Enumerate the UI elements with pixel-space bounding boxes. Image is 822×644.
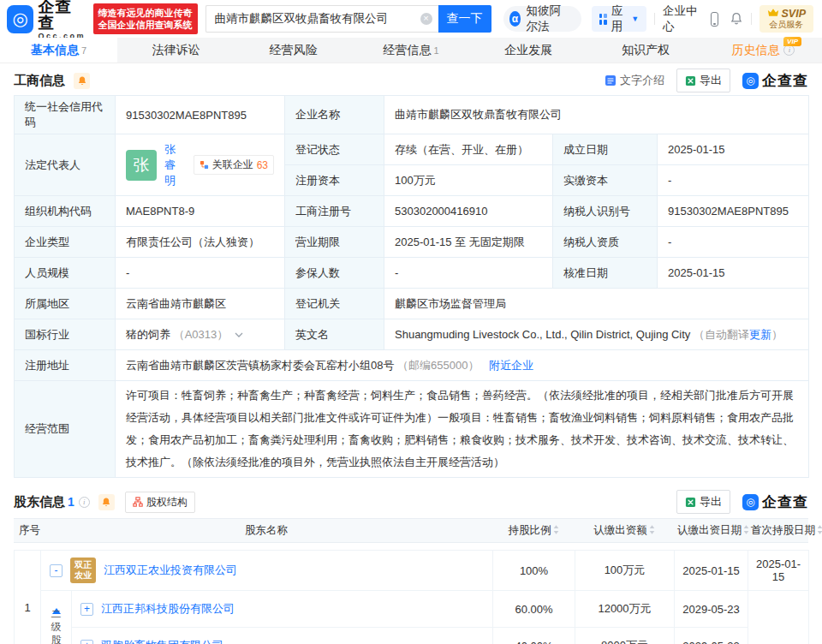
sort-icon — [743, 525, 749, 534]
business-info-section-header: 工商信息 文字介绍 导出 ◎ 企查查 — [14, 68, 808, 93]
excel-icon — [685, 75, 696, 86]
tab-history-info[interactable]: 历史信息 VIP i — [705, 38, 822, 63]
search-clear-icon[interactable]: × — [420, 13, 432, 25]
table-header-row: 序号 股东名称 持股比例 认缴出资额 认缴出资日期 首次持股日期 — [14, 519, 808, 543]
search-bar: × 查一下 — [206, 5, 491, 33]
shareholder-link[interactable]: 江西双正农业投资有限公司 — [104, 563, 237, 578]
sort-icon — [817, 525, 822, 534]
tab-company-development[interactable]: 企业发展 — [470, 38, 587, 63]
tab-legal-litigation[interactable]: 法律诉讼 — [117, 38, 235, 63]
translate-update-link[interactable]: 更新 — [749, 328, 771, 341]
column-header-sortable[interactable]: 认缴出资额 — [575, 519, 674, 543]
svip-label: SVIP — [782, 8, 807, 20]
qcc-logo-text: 企查查 Qcc.com — [38, 0, 86, 40]
field-label: 人员规模 — [15, 258, 116, 289]
chevron-down-icon[interactable] — [235, 327, 243, 340]
text-intro-button[interactable]: 文字介绍 — [605, 73, 664, 88]
equity-structure-button[interactable]: 股权结构 — [125, 492, 195, 513]
auto-translate-note-close: ） — [771, 328, 783, 341]
caret-down-icon: ▼ — [631, 15, 639, 23]
tab-operating-info[interactable]: 经营信息 1 — [352, 38, 469, 63]
address-value: 云南省曲靖市麒麟区茨营镇杨家村委会瓦窑村小组08号 — [126, 359, 394, 372]
slogan-line-1: 缔造有远见的商业传奇 — [98, 7, 193, 19]
field-value: 2025-01-15 — [658, 258, 809, 289]
field-label: 经营范围 — [15, 381, 116, 478]
svip-sublabel: 会员服务 — [767, 20, 807, 30]
shareholders-section: 股东信息 1 i 股权结构 导出 ◎ 企查查 — [14, 490, 808, 644]
column-header-sortable[interactable]: 持股比例 — [492, 519, 575, 543]
qcc-watermark: ◎ 企查查 — [742, 492, 808, 512]
table-row: 经营范围 许可项目：牲畜饲养；种畜禽生产；种畜禽经营；饲料生产；食品销售；兽药经… — [15, 381, 809, 478]
shareholder-subrow: + 双胞胎畜牧集团有限公司 40.00% 8000万元 2029-05-23 — [15, 628, 809, 644]
industry-cell: 猪的饲养 （A0313） — [116, 319, 285, 350]
tab-count: 1 — [433, 45, 438, 56]
alpha-entry[interactable]: α 知彼阿尔法 — [503, 6, 581, 32]
notification-bell-icon[interactable] — [730, 12, 743, 26]
tab-operating-risk[interactable]: 经营风险 — [235, 38, 352, 63]
auto-translate-note: （自动翻译 — [694, 328, 749, 341]
doc-icon — [605, 75, 616, 86]
phone-icon[interactable] — [711, 12, 718, 27]
nearby-companies-link[interactable]: 附近企业 — [489, 359, 533, 372]
monitor-bell-icon[interactable] — [98, 494, 115, 510]
shareholders-section-header: 股东信息 1 i 股权结构 导出 ◎ 企查查 — [14, 490, 808, 514]
shareholder-link[interactable]: 江西正邦科技股份有限公司 — [101, 601, 235, 617]
shareholder-link[interactable]: 双胞胎畜牧集团有限公司 — [101, 638, 223, 644]
column-label: 首次持股日期 — [751, 524, 815, 536]
shareholder-name-cell: + 江西正邦科技股份有限公司 — [72, 591, 493, 628]
field-label: 企业类型 — [15, 227, 116, 258]
related-companies-badge[interactable]: 关联企业 63 — [194, 155, 274, 175]
column-label: 持股比例 — [509, 524, 551, 536]
field-value: 91530302MAE8PNT895 — [116, 96, 285, 134]
export-button[interactable]: 导出 — [676, 69, 730, 92]
tab-label: 知识产权 — [622, 43, 670, 58]
field-label: 参保人数 — [285, 258, 384, 289]
column-header-sortable[interactable]: 认缴出资日期 — [674, 519, 748, 543]
tab-label: 经营风险 — [270, 43, 318, 58]
field-value: 云南省曲靖市麒麟区 — [116, 289, 285, 319]
related-company-icon — [200, 160, 209, 170]
field-value: 存续（在营、开业、在册） — [384, 134, 553, 165]
ratio-value: 60.00% — [493, 591, 575, 628]
tab-basic-info[interactable]: 基本信息 7 — [0, 38, 117, 63]
field-label: 实缴资本 — [553, 165, 658, 196]
search-input[interactable] — [206, 5, 438, 33]
enterprise-center-link[interactable]: 企业中心 — [663, 3, 700, 34]
field-label: 营业期限 — [285, 227, 384, 258]
expand-button[interactable]: + — [80, 603, 93, 616]
monitor-bell-icon[interactable] — [74, 73, 90, 89]
search-button[interactable]: 查一下 — [438, 5, 491, 33]
date-value: 2025-01-15 — [675, 551, 748, 591]
tab-intellectual-property[interactable]: 知识产权 — [587, 38, 705, 63]
field-label: 登记状态 — [285, 134, 384, 165]
text-intro-label: 文字介绍 — [620, 73, 664, 88]
qcc-logo[interactable]: ◎ 企查查 Qcc.com — [7, 0, 87, 40]
field-value: 91530302MAE8PNT895 — [658, 196, 809, 227]
field-value: - — [658, 227, 809, 258]
excel-icon — [685, 497, 696, 508]
tab-count: 7 — [81, 45, 86, 56]
column-header-sortable[interactable]: 首次持股日期 — [748, 519, 808, 543]
expand-button[interactable]: + — [80, 640, 93, 644]
svip-entry[interactable]: SVIP 会员服务 — [759, 5, 814, 33]
column-header: 股东名称 — [40, 519, 492, 543]
table-row: 人员规模 - 参保人数 - 核准日期 2025-01-15 — [15, 258, 809, 289]
apps-label: 应用 — [611, 3, 628, 34]
collapse-button[interactable]: - — [50, 564, 63, 577]
field-value: 530302000416910 — [384, 196, 553, 227]
field-value: 2025-01-15 — [658, 134, 809, 165]
date-value: 2029-05-23 — [675, 628, 748, 644]
field-label: 登记机关 — [285, 289, 384, 319]
avatar[interactable]: 张 — [126, 150, 157, 181]
sort-icon — [553, 525, 559, 534]
apps-menu[interactable]: 应用 ▼ — [592, 6, 646, 32]
export-button[interactable]: 导出 — [676, 490, 730, 514]
legal-rep-link[interactable]: 张睿明 — [164, 142, 186, 188]
vip-badge: VIP — [783, 37, 801, 46]
export-label: 导出 — [700, 73, 722, 88]
shareholder-name-cell: + 双胞胎畜牧集团有限公司 — [72, 628, 493, 644]
section-title: 股东信息 — [14, 494, 65, 510]
address-cell: 云南省曲靖市麒麟区茨营镇杨家村委会瓦窑村小组08号 （邮编655000） 附近企… — [116, 350, 809, 381]
info-icon[interactable]: i — [79, 497, 90, 508]
alpha-label: 知彼阿尔法 — [526, 3, 570, 34]
